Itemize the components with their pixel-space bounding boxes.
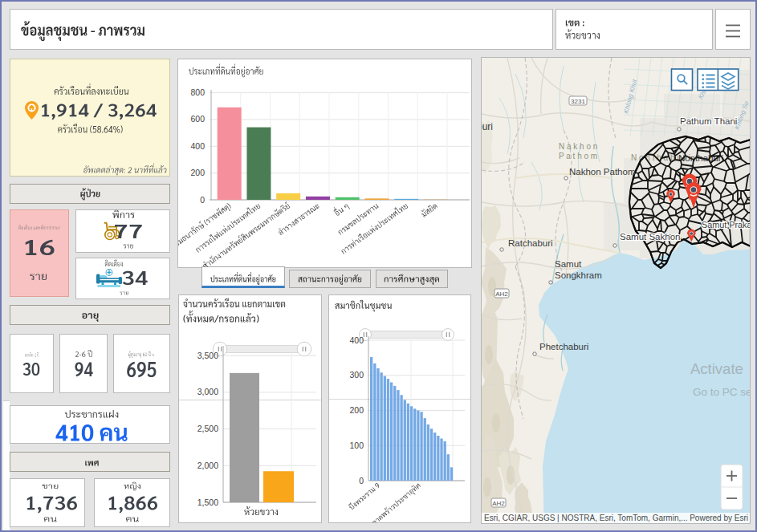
svg-text:buri: buri xyxy=(477,121,493,132)
svg-text:Samut Prakan: Samut Prakan xyxy=(702,220,756,229)
svg-text:Pathum Thani: Pathum Thani xyxy=(680,116,737,126)
svg-text:Samut: Samut xyxy=(555,259,582,269)
svg-text:N a k h o n: N a k h o n xyxy=(559,142,597,151)
svg-text:Ratchaburi: Ratchaburi xyxy=(508,238,553,248)
svg-text:800: 800 xyxy=(190,87,205,97)
svg-text:100: 100 xyxy=(349,441,364,450)
svg-text:0: 0 xyxy=(200,195,205,205)
svg-text:Songkhram: Songkhram xyxy=(555,270,602,280)
svg-text:2,000: 2,000 xyxy=(197,461,218,470)
svg-text:1,500: 1,500 xyxy=(197,497,218,507)
svg-text:200: 200 xyxy=(349,405,364,415)
svg-text:3231: 3231 xyxy=(571,98,585,105)
svg-text:200: 200 xyxy=(190,168,205,177)
svg-text:Samut Sakhon: Samut Sakhon xyxy=(620,232,680,242)
svg-text:3,000: 3,000 xyxy=(197,387,218,396)
svg-text:Nakhon Pathom: Nakhon Pathom xyxy=(569,167,635,177)
svg-text:3,500: 3,500 xyxy=(197,351,218,360)
svg-text:300: 300 xyxy=(349,370,364,380)
svg-text:AH2: AH2 xyxy=(492,500,505,507)
svg-text:Phetchaburi: Phetchaburi xyxy=(539,342,588,351)
svg-text:P a t h o m: P a t h o m xyxy=(559,152,597,160)
svg-text:AH2: AH2 xyxy=(495,290,508,298)
svg-text:Activate: Activate xyxy=(690,360,743,377)
svg-text:400: 400 xyxy=(349,335,364,345)
svg-text:400: 400 xyxy=(190,141,205,151)
svg-text:Go to PC se: Go to PC se xyxy=(693,386,752,398)
svg-text:Esri, CGIAR, USGS | NOSTRA, Es: Esri, CGIAR, USGS | NOSTRA, Esri, TomTom… xyxy=(484,514,688,522)
svg-text:0: 0 xyxy=(359,476,364,485)
svg-text:Powered by Esri: Powered by Esri xyxy=(690,514,748,522)
svg-text:600: 600 xyxy=(190,114,205,124)
svg-text:2,500: 2,500 xyxy=(197,424,218,433)
